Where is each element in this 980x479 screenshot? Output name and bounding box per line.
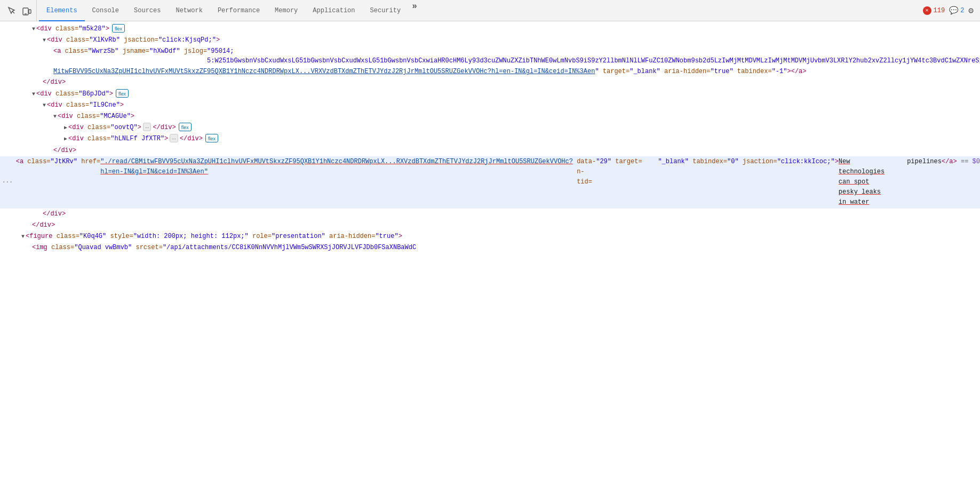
- flex-badge-b6pjdd[interactable]: flex: [116, 89, 129, 98]
- tab-network[interactable]: Network: [168, 1, 210, 21]
- expand-mcague[interactable]: [53, 113, 57, 121]
- expand-m5k28[interactable]: [32, 25, 35, 34]
- expand-oovtq[interactable]: [64, 124, 67, 132]
- inspect-icon[interactable]: [6, 5, 17, 16]
- tab-memory[interactable]: Memory: [267, 1, 305, 21]
- error-badge[interactable]: ✕ 119: [923, 6, 945, 15]
- nav-right-controls: ✕ 119 💬 2 ⚙: [919, 0, 978, 21]
- error-dot: ✕: [923, 6, 931, 15]
- breadcrumb-dots: ···: [2, 156, 13, 209]
- tab-console[interactable]: Console: [85, 1, 126, 21]
- svg-rect-2: [29, 10, 31, 13]
- devtools-navbar: Elements Console Sources Network Perform…: [0, 0, 980, 21]
- tab-application[interactable]: Application: [305, 1, 362, 21]
- ellipsis-oovtq[interactable]: ···: [143, 123, 152, 131]
- tab-security[interactable]: Security: [363, 1, 409, 21]
- expand-hlnlff[interactable]: [64, 135, 67, 143]
- more-tabs-button[interactable]: »: [408, 0, 421, 13]
- tree-row-div-il9cne: <div class="IL9Cne" >: [0, 100, 980, 111]
- tree-row-div-mcague: <div class="MCAGUe" >: [0, 111, 980, 122]
- expand-b6pjdd[interactable]: [32, 90, 35, 99]
- tree-row-div-xlkvrb: <div class="XlKvRb" jsaction="click:Kjsq…: [0, 35, 980, 46]
- tree-row-close-il9cne: </div>: [0, 220, 980, 231]
- tree-row-anchor-jtkrv[interactable]: ··· <a class="JtKRv" href="./read/CBMitw…: [0, 156, 980, 209]
- device-icon[interactable]: [21, 5, 32, 16]
- tab-sources[interactable]: Sources: [126, 1, 168, 21]
- tree-row-div-m5k28: <div class="m5k28" > flex: [0, 23, 980, 35]
- elements-panel: <div class="m5k28" > flex <div class="Xl…: [0, 21, 980, 479]
- tree-row-close-xlkvrb: </div>: [0, 77, 980, 88]
- ellipsis-hlnlff[interactable]: ···: [170, 134, 178, 142]
- message-count: 2: [960, 7, 964, 14]
- tree-row-div-b6pjdd: <div class="B6pJDd" > flex: [0, 89, 980, 100]
- flex-badge-oovtq[interactable]: flex: [179, 123, 192, 131]
- tree-row-close-mcague: </div>: [0, 145, 980, 156]
- nav-icon-group: [2, 0, 37, 21]
- error-count: 119: [934, 7, 945, 14]
- tree-row-anchor-wwrzsb-cont1: MitwFBVV95cUxNa3ZpUHI1clhvUVFxMUVtSkxzZF…: [0, 66, 980, 77]
- expand-xlkvrb[interactable]: [43, 36, 46, 45]
- flex-badge-m5k28[interactable]: flex: [112, 24, 125, 33]
- message-icon: 💬: [949, 6, 958, 15]
- expand-il9cne[interactable]: [43, 101, 46, 110]
- settings-icon[interactable]: ⚙: [968, 5, 974, 16]
- tab-elements[interactable]: Elements: [39, 1, 85, 21]
- tab-performance[interactable]: Performance: [210, 1, 267, 21]
- svg-line-0: [12, 11, 14, 13]
- tree-row-div-oovtq: <div class="oovtQ" > ··· </div> flex: [0, 122, 980, 133]
- tree-row-img-quavad: <img class="Quavad vwBmvb" srcset="/api/…: [0, 242, 980, 253]
- expand-figure[interactable]: [21, 233, 25, 241]
- tree-row-anchor-wwrzsb: <a class="WwrzSb" jsname="hXwDdf" jslog=…: [0, 46, 980, 66]
- message-badge[interactable]: 💬 2: [949, 6, 964, 15]
- tree-row-figure-k0q4g: <figure class="K0q4G" style="width: 200p…: [0, 231, 980, 242]
- flex-badge-hlnlff[interactable]: flex: [205, 134, 218, 142]
- tree-row-close-b6pjdd-inner: </div>: [0, 209, 980, 220]
- tree-row-div-hlnlff: <div class="hLNLFf JfXTR" > ··· </div> f…: [0, 133, 980, 145]
